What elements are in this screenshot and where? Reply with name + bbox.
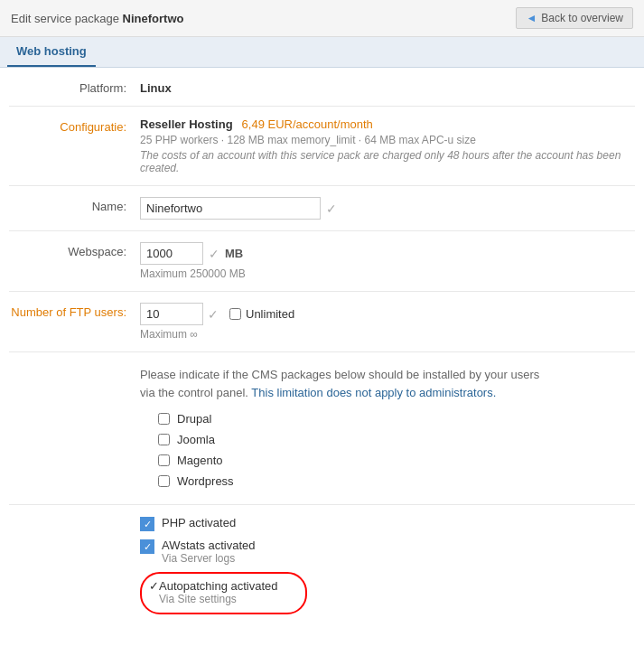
platform-value: Linux (140, 79, 635, 95)
cms-section: Please indicate if the CMS packages belo… (9, 352, 635, 505)
platform-row: Platform: Linux (9, 68, 635, 107)
ftp-row: Number of FTP users: ✓ Unlimited Maximum… (9, 292, 635, 352)
wordpress-checkbox[interactable] (158, 475, 170, 487)
page-title: Edit service package Ninefortwo (11, 12, 183, 25)
back-to-overview-button[interactable]: ◄ Back to overview (516, 7, 633, 29)
webspace-input[interactable] (140, 242, 203, 265)
autopatching-checkbox[interactable]: ✓ (149, 579, 159, 593)
list-item: Joomla (158, 433, 635, 446)
package-name: Ninefortwo (123, 12, 184, 25)
webspace-check-icon: ✓ (209, 247, 219, 261)
list-item: Magento (158, 454, 635, 467)
magento-checkbox[interactable] (158, 454, 170, 466)
cms-link: This limitation does not apply to admini… (251, 386, 496, 399)
wordpress-label: Wordpress (177, 474, 234, 488)
awstats-activated-item: ✓ AWstats activated Via Server logs (140, 539, 635, 565)
ftp-input[interactable] (140, 303, 203, 325)
config-price: 6,49 EUR/account/month (242, 117, 373, 131)
page-header: Edit service package Ninefortwo ◄ Back t… (0, 0, 644, 37)
drupal-checkbox[interactable] (158, 413, 170, 425)
configuratie-row: Configuratie: Reseller Hosting 6,49 EUR/… (9, 107, 635, 186)
php-activated-label: PHP activated (162, 516, 236, 529)
awstats-activated-label: AWstats activated (162, 539, 256, 552)
name-row: Name: ✓ (9, 186, 635, 231)
ftp-label: Number of FTP users: (9, 303, 140, 319)
configuratie-label: Configuratie: (9, 117, 140, 134)
name-input[interactable] (140, 197, 321, 220)
php-activated-item: ✓ PHP activated (140, 516, 635, 531)
activated-section: ✓ PHP activated ✓ AWstats activated Via … (9, 505, 635, 625)
config-note: The costs of an account with this servic… (140, 149, 635, 174)
autopatching-activated-label: Autopatching activated (159, 579, 278, 593)
cms-checkboxes: Drupal Joomla Magento Wordpress (158, 412, 635, 488)
config-specs: 25 PHP workers · 128 MB max memory_limit… (140, 134, 635, 146)
unlimited-label: Unlimited (246, 307, 294, 321)
drupal-label: Drupal (177, 412, 211, 426)
webspace-max: Maximum 250000 MB (140, 267, 635, 280)
back-arrow-icon: ◄ (526, 12, 537, 24)
webspace-label: Webspace: (9, 242, 140, 258)
content-area: Platform: Linux Configuratie: Reseller H… (0, 68, 644, 625)
cms-description: Please indicate if the CMS packages belo… (140, 366, 635, 401)
name-label: Name: (9, 197, 140, 213)
unlimited-checkbox[interactable] (229, 308, 241, 320)
tab-web-hosting[interactable]: Web hosting (7, 37, 96, 67)
list-item: Drupal (158, 412, 635, 426)
list-item: Wordpress (158, 474, 635, 488)
awstats-checkbox[interactable]: ✓ (140, 539, 154, 554)
name-check-icon: ✓ (326, 201, 337, 216)
ftp-max: Maximum ∞ (140, 328, 635, 341)
ftp-check-icon: ✓ (208, 307, 219, 322)
webspace-unit: MB (225, 247, 243, 260)
awstats-sub: Via Server logs (162, 552, 256, 565)
autopatching-sub: Via Site settings (159, 593, 278, 605)
autopatching-wrapper: ✓ Autopatching activated Via Site settin… (140, 572, 635, 614)
tab-bar: Web hosting (0, 37, 644, 68)
joomla-label: Joomla (177, 433, 215, 446)
config-name: Reseller Hosting (140, 117, 233, 131)
magento-label: Magento (177, 454, 223, 467)
webspace-row: Webspace: ✓ MB Maximum 250000 MB (9, 231, 635, 292)
php-checkbox[interactable]: ✓ (140, 517, 154, 531)
platform-label: Platform: (9, 79, 140, 95)
joomla-checkbox[interactable] (158, 434, 170, 445)
